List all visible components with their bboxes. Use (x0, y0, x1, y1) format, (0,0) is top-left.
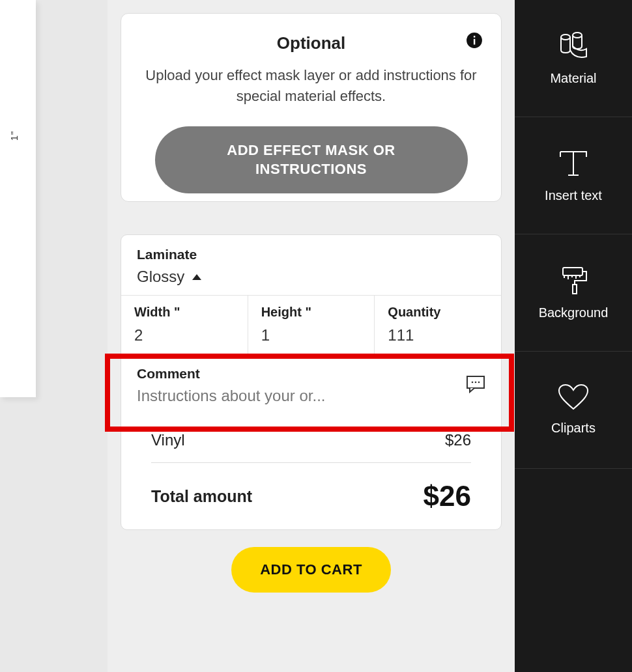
item-name: Vinyl (151, 431, 185, 449)
optional-description: Upload your effect mask layer or add ins… (141, 65, 481, 107)
svg-rect-9 (563, 268, 582, 275)
svg-point-6 (478, 382, 480, 384)
comment-placeholder: Instructions about your or... (137, 387, 466, 405)
sidebar-item-cliparts[interactable]: Cliparts (515, 352, 632, 469)
svg-rect-2 (474, 36, 475, 38)
quantity-field[interactable]: Quantity 111 (375, 296, 501, 355)
right-sidebar: Material Insert text Background Cliparts (515, 0, 632, 672)
sidebar-item-label: Material (550, 71, 596, 86)
optional-effects-card: Optional Upload your effect mask layer o… (121, 13, 502, 202)
material-rolls-icon (555, 31, 592, 62)
svg-point-7 (561, 35, 570, 40)
text-icon (556, 148, 590, 179)
height-value: 1 (261, 326, 362, 344)
total-value: $26 (424, 480, 471, 512)
svg-rect-1 (474, 39, 475, 45)
comment-field[interactable]: Comment Instructions about your or... (121, 356, 501, 417)
sidebar-item-background[interactable]: Background (515, 234, 632, 352)
height-field[interactable]: Height " 1 (248, 296, 375, 355)
sidebar-item-label: Insert text (545, 188, 602, 203)
svg-point-8 (573, 33, 582, 38)
dimensions-row: Width " 2 Height " 1 Quantity 111 (121, 296, 501, 356)
sidebar-item-material[interactable]: Material (515, 0, 632, 117)
svg-rect-10 (573, 285, 577, 294)
laminate-value: Glossy (137, 268, 184, 286)
quantity-label: Quantity (388, 305, 488, 320)
chat-icon (466, 375, 485, 396)
item-price: $26 (445, 431, 471, 449)
svg-point-4 (472, 382, 474, 384)
comment-label: Comment (137, 366, 466, 382)
info-icon[interactable] (466, 32, 483, 49)
total-line: Total amount $26 (151, 480, 471, 512)
order-panel: Optional Upload your effect mask layer o… (108, 0, 515, 672)
sidebar-item-label: Cliparts (551, 421, 596, 436)
add-effect-mask-button[interactable]: ADD EFFECT MASK OR INSTRUCTIONS (155, 126, 468, 193)
width-field[interactable]: Width " 2 (121, 296, 248, 355)
total-label: Total amount (151, 487, 252, 506)
price-summary: Vinyl $26 Total amount $26 (121, 417, 501, 529)
sidebar-item-insert-text[interactable]: Insert text (515, 117, 632, 234)
quantity-value: 111 (388, 326, 488, 344)
width-label: Width " (134, 305, 235, 320)
width-value: 2 (134, 326, 235, 344)
optional-title: Optional (141, 33, 481, 53)
height-label: Height " (261, 305, 362, 320)
paint-roller-icon (556, 265, 590, 296)
add-to-cart-button[interactable]: ADD TO CART (231, 547, 391, 593)
ruler-pane: 1" (0, 0, 36, 397)
ruler-tick: 1" (8, 131, 20, 141)
caret-up-icon (192, 274, 201, 280)
configuration-card: Laminate Glossy Width " 2 Height " 1 Qua… (121, 234, 502, 530)
heart-icon (558, 384, 589, 412)
laminate-label: Laminate (137, 247, 485, 262)
line-item: Vinyl $26 (151, 431, 471, 463)
laminate-select[interactable]: Laminate Glossy (121, 235, 501, 296)
sidebar-item-label: Background (539, 305, 609, 320)
svg-point-5 (475, 382, 477, 384)
